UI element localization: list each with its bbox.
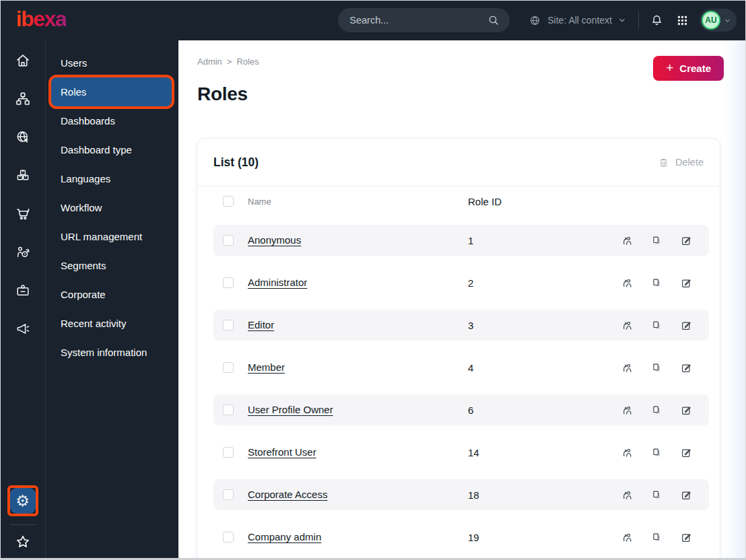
assign-users-icon[interactable] bbox=[621, 361, 634, 374]
assign-users-icon[interactable] bbox=[621, 446, 634, 459]
gear-glyph: ⚙ bbox=[15, 493, 30, 509]
role-name-link[interactable]: Member bbox=[248, 361, 285, 373]
row-checkbox[interactable] bbox=[223, 277, 234, 288]
row-checkbox[interactable] bbox=[223, 320, 234, 330]
sidebar-item-corporate[interactable]: Corporate bbox=[46, 280, 178, 309]
row-checkbox[interactable] bbox=[223, 447, 234, 458]
assign-users-icon[interactable] bbox=[621, 531, 634, 544]
assign-users-icon[interactable] bbox=[621, 404, 634, 417]
sidebar-item-dashboards[interactable]: Dashboards bbox=[46, 106, 178, 135]
assign-users-icon[interactable] bbox=[621, 319, 634, 332]
role-id-cell: 1 bbox=[468, 235, 621, 246]
sidebar-item-segments[interactable]: Segments bbox=[46, 251, 178, 280]
rail-bottom: ⚙ bbox=[7, 485, 38, 560]
table-row: Company admin 19 bbox=[213, 522, 709, 553]
breadcrumb-roles[interactable]: Roles bbox=[236, 57, 259, 67]
row-actions bbox=[621, 446, 693, 459]
role-name-link[interactable]: Company admin bbox=[248, 531, 321, 542]
role-id-cell: 4 bbox=[468, 362, 621, 374]
sidebar-item-recent-activity[interactable]: Recent activity bbox=[46, 309, 178, 338]
megaphone-icon[interactable] bbox=[15, 321, 31, 337]
target-audience-icon[interactable] bbox=[15, 244, 31, 260]
sidebar-item-workflow[interactable]: Workflow bbox=[46, 193, 178, 222]
copy-icon[interactable] bbox=[650, 531, 663, 544]
copy-icon[interactable] bbox=[650, 277, 663, 289]
assign-users-icon[interactable] bbox=[621, 234, 634, 247]
table-row: Administrator 2 bbox=[213, 267, 709, 298]
site-globe-icon[interactable] bbox=[15, 129, 31, 145]
edit-icon[interactable] bbox=[680, 319, 693, 332]
edit-icon[interactable] bbox=[680, 446, 693, 459]
role-id-cell: 2 bbox=[468, 277, 621, 289]
copy-icon[interactable] bbox=[650, 446, 663, 459]
row-checkbox[interactable] bbox=[223, 489, 234, 500]
row-checkbox[interactable] bbox=[223, 405, 234, 415]
admin-gear-icon[interactable]: ⚙ bbox=[10, 488, 36, 514]
role-name-link[interactable]: User Profile Owner bbox=[248, 404, 333, 415]
select-all-checkbox[interactable] bbox=[223, 196, 234, 207]
sidebar-item-url-management[interactable]: URL management bbox=[46, 222, 178, 251]
user-menu[interactable]: AU bbox=[700, 9, 737, 32]
app-grid-icon[interactable] bbox=[676, 14, 689, 27]
row-actions bbox=[621, 234, 693, 247]
list-title: List (10) bbox=[213, 155, 259, 170]
assign-users-icon[interactable] bbox=[621, 277, 634, 289]
row-checkbox[interactable] bbox=[223, 235, 234, 246]
global-search[interactable] bbox=[338, 8, 510, 32]
table-header-row: Name Role ID bbox=[213, 186, 709, 216]
sidebar-menu: Users Roles Dashboards Dashboard type La… bbox=[46, 40, 178, 560]
topbar-divider bbox=[638, 11, 639, 29]
edit-icon[interactable] bbox=[680, 277, 693, 289]
role-name-link[interactable]: Anonymous bbox=[248, 234, 301, 246]
topbar-right: Site: All context AU bbox=[529, 9, 737, 32]
create-button[interactable]: + Create bbox=[653, 56, 724, 81]
admin-highlight-box: ⚙ bbox=[7, 485, 38, 516]
delete-button-label: Delete bbox=[675, 157, 704, 168]
cart-icon[interactable] bbox=[15, 206, 31, 222]
bookmarks-star-icon[interactable] bbox=[14, 533, 32, 551]
edit-icon[interactable] bbox=[680, 531, 693, 544]
breadcrumb: Admin > Roles bbox=[197, 57, 259, 67]
copy-icon[interactable] bbox=[650, 361, 663, 374]
id-badge-icon[interactable] bbox=[15, 283, 31, 299]
edit-icon[interactable] bbox=[680, 234, 693, 247]
sidebar-item-users[interactable]: Users bbox=[46, 48, 178, 77]
edit-icon[interactable] bbox=[680, 489, 693, 501]
main-content: Admin > Roles + Create Roles List (10) D… bbox=[178, 40, 746, 560]
copy-icon[interactable] bbox=[650, 489, 663, 501]
copy-icon[interactable] bbox=[650, 234, 663, 247]
sidebar-item-dashboard-type[interactable]: Dashboard type bbox=[46, 135, 178, 164]
icon-rail: ⚙ bbox=[0, 40, 46, 560]
globe-icon bbox=[529, 14, 541, 27]
site-context-switcher[interactable]: Site: All context bbox=[529, 14, 626, 27]
assign-users-icon[interactable] bbox=[621, 489, 634, 501]
table-row: Editor 3 bbox=[213, 310, 709, 341]
row-actions bbox=[621, 531, 693, 544]
role-name-link[interactable]: Editor bbox=[248, 319, 274, 330]
breadcrumb-admin[interactable]: Admin bbox=[197, 57, 222, 67]
delete-button[interactable]: Delete bbox=[658, 157, 704, 168]
table-row: Storefront User 14 bbox=[213, 437, 709, 468]
edit-icon[interactable] bbox=[680, 361, 693, 374]
ibexa-logo: ibexa bbox=[16, 8, 66, 32]
products-boxes-icon[interactable] bbox=[15, 168, 31, 184]
copy-icon[interactable] bbox=[650, 404, 663, 417]
role-name-link[interactable]: Corporate Access bbox=[248, 489, 327, 500]
sidebar-item-system-information[interactable]: System information bbox=[46, 338, 178, 367]
search-input[interactable] bbox=[349, 15, 487, 26]
notifications-bell-icon[interactable] bbox=[650, 13, 664, 28]
row-checkbox[interactable] bbox=[223, 532, 234, 542]
role-id-cell: 18 bbox=[468, 489, 621, 501]
edit-icon[interactable] bbox=[680, 404, 693, 417]
copy-icon[interactable] bbox=[650, 319, 663, 332]
role-name-link[interactable]: Storefront User bbox=[248, 446, 316, 458]
content-tree-icon[interactable] bbox=[15, 91, 31, 107]
trash-icon bbox=[658, 157, 669, 168]
role-name-link[interactable]: Administrator bbox=[248, 277, 307, 288]
home-icon[interactable] bbox=[15, 53, 31, 69]
sidebar-item-languages[interactable]: Languages bbox=[46, 164, 178, 193]
sidebar-item-roles[interactable]: Roles bbox=[51, 77, 172, 106]
row-actions bbox=[621, 489, 693, 501]
role-id-cell: 6 bbox=[468, 405, 621, 416]
row-checkbox[interactable] bbox=[223, 362, 234, 373]
